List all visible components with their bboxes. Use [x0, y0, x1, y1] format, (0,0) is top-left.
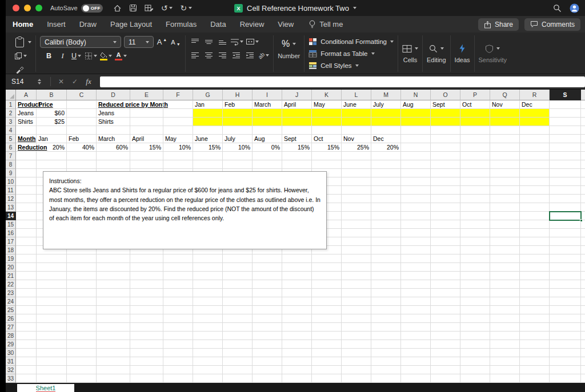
cell-G21[interactable]	[193, 272, 223, 280]
tell-me-control[interactable]: Tell me	[308, 20, 343, 29]
copy-button[interactable]	[14, 50, 27, 62]
cell-L32[interactable]	[342, 366, 371, 374]
cell-O32[interactable]	[431, 366, 460, 374]
cell-R22[interactable]	[520, 280, 550, 289]
cell-J5[interactable]: Sept	[282, 135, 312, 143]
cell-A16[interactable]	[16, 229, 37, 237]
cell-T29[interactable]	[581, 340, 585, 349]
cell-H8[interactable]	[223, 160, 253, 169]
cell-Q17[interactable]	[490, 237, 520, 246]
cell-Q21[interactable]	[490, 272, 520, 280]
cell-D4[interactable]	[97, 126, 130, 135]
cell-L1[interactable]: June	[342, 100, 371, 109]
row-header-25[interactable]: 25	[6, 306, 16, 314]
cell-P22[interactable]	[460, 280, 490, 289]
row-header-6[interactable]: 6	[6, 143, 16, 152]
cell-M9[interactable]	[371, 169, 401, 177]
row-header-26[interactable]: 26	[6, 314, 16, 323]
cell-Q12[interactable]	[490, 195, 520, 203]
cell-P32[interactable]	[460, 366, 490, 374]
cell-T30[interactable]	[581, 349, 585, 357]
cell-A9[interactable]	[16, 169, 37, 177]
fill-color-button[interactable]	[100, 50, 112, 62]
cell-P6[interactable]	[460, 143, 490, 152]
cell-S5[interactable]	[550, 135, 581, 143]
cell-L2[interactable]	[342, 109, 371, 118]
cell-C6[interactable]: 40%	[67, 143, 97, 152]
increase-font-size-button[interactable]: A▲	[157, 37, 167, 48]
cell-O14[interactable]	[431, 212, 460, 220]
row-header-15[interactable]: 15	[6, 220, 16, 229]
cell-F29[interactable]	[163, 340, 193, 349]
cell-M21[interactable]	[371, 272, 401, 280]
column-header-d[interactable]: D	[97, 90, 130, 100]
cell-O1[interactable]: Sept	[431, 100, 460, 109]
cell-S23[interactable]	[550, 289, 581, 297]
cell-F30[interactable]	[163, 349, 193, 357]
cell-B31[interactable]	[37, 357, 67, 366]
cell-F27[interactable]	[163, 323, 193, 332]
cell-E2[interactable]	[130, 109, 163, 118]
cell-S12[interactable]	[550, 195, 581, 203]
cell-F25[interactable]	[163, 306, 193, 314]
cell-J24[interactable]	[282, 297, 312, 306]
cell-H24[interactable]	[223, 297, 253, 306]
column-header-g[interactable]: G	[193, 90, 223, 100]
cell-H29[interactable]	[223, 340, 253, 349]
cell-O9[interactable]	[431, 169, 460, 177]
row-header-28[interactable]: 28	[6, 332, 16, 340]
cell-C20[interactable]	[67, 263, 97, 272]
cell-G7[interactable]	[193, 152, 223, 160]
confirm-entry-icon[interactable]: ✓	[68, 78, 82, 86]
cell-J27[interactable]	[282, 323, 312, 332]
cell-P13[interactable]	[460, 203, 490, 212]
cell-K7[interactable]	[312, 152, 342, 160]
cell-H28[interactable]	[223, 332, 253, 340]
cell-R14[interactable]	[520, 212, 550, 220]
cell-M18[interactable]	[371, 246, 401, 254]
cell-K25[interactable]	[312, 306, 342, 314]
cell-T10[interactable]	[581, 177, 585, 186]
cell-E22[interactable]	[130, 280, 163, 289]
cell-D7[interactable]	[97, 152, 130, 160]
cell-Q4[interactable]	[490, 126, 520, 135]
cell-J8[interactable]	[282, 160, 312, 169]
cell-R8[interactable]	[520, 160, 550, 169]
cell-I4[interactable]	[253, 126, 282, 135]
cell-R11[interactable]	[520, 186, 550, 195]
row-header-4[interactable]: 4	[6, 126, 16, 135]
redo-button[interactable]: ↻	[180, 4, 192, 12]
cell-G2[interactable]	[193, 109, 223, 118]
cell-R9[interactable]	[520, 169, 550, 177]
cell-G33[interactable]	[193, 374, 223, 383]
cell-M22[interactable]	[371, 280, 401, 289]
row-header-30[interactable]: 30	[6, 349, 16, 357]
column-header-l[interactable]: L	[342, 90, 371, 100]
decrease-indent-button[interactable]	[231, 50, 242, 61]
cell-O12[interactable]	[431, 195, 460, 203]
cell-J22[interactable]	[282, 280, 312, 289]
cell-J2[interactable]	[282, 109, 312, 118]
row-header-32[interactable]: 32	[6, 366, 16, 374]
cell-B5[interactable]: Jan	[37, 135, 67, 143]
cell-P23[interactable]	[460, 289, 490, 297]
cell-C26[interactable]	[67, 314, 97, 323]
cell-T7[interactable]	[581, 152, 585, 160]
number-group-label[interactable]: Number	[278, 52, 300, 59]
cell-O20[interactable]	[431, 263, 460, 272]
cell-F23[interactable]	[163, 289, 193, 297]
cell-L29[interactable]	[342, 340, 371, 349]
cell-R10[interactable]	[520, 177, 550, 186]
cell-B4[interactable]	[37, 126, 67, 135]
cell-R26[interactable]	[520, 314, 550, 323]
cell-T26[interactable]	[581, 314, 585, 323]
cell-F2[interactable]	[163, 109, 193, 118]
cell-O29[interactable]	[431, 340, 460, 349]
font-name-select[interactable]: Calibri (Body)	[40, 36, 121, 48]
row-header-3[interactable]: 3	[6, 118, 16, 126]
align-right-button[interactable]	[217, 50, 228, 61]
cell-T11[interactable]	[581, 186, 585, 195]
cell-H23[interactable]	[223, 289, 253, 297]
cell-P26[interactable]	[460, 314, 490, 323]
cell-N6[interactable]	[401, 143, 431, 152]
